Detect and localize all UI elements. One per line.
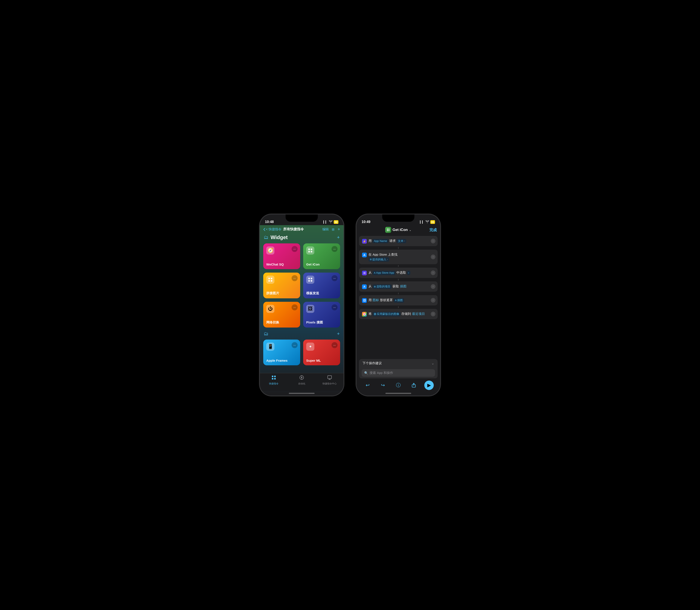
svg-rect-12 [272, 375, 273, 377]
action6-close-btn[interactable]: ✕ [431, 312, 435, 316]
tab-automation[interactable]: 自动化 [288, 375, 316, 385]
done-button[interactable]: 完成 [429, 228, 437, 232]
svg-rect-0 [308, 248, 310, 250]
automation-tab-icon [299, 375, 304, 381]
svg-rect-20 [328, 375, 332, 379]
folder2-header: 🗂 + [263, 331, 340, 337]
shortcut-wangluo[interactable]: ··· ⏻ 网络切换 [263, 302, 300, 327]
nav-grid-btn[interactable]: ⊞ [332, 227, 335, 231]
action1-icon: ⚡ [362, 239, 367, 244]
wifi-icon-left [329, 221, 332, 224]
folder1-add-btn[interactable]: + [337, 235, 340, 240]
time-right: 10:49 [362, 220, 370, 224]
action4-icon: A [362, 284, 367, 289]
actions-list[interactable]: ⚡ 用 App Name 请求 文本 › ✕ A 在 App Store 上查找… [356, 235, 440, 358]
shortcut-muban[interactable]: ··· 模板发送 [303, 273, 340, 298]
status-icons-right: ▎▎ 31 [420, 220, 435, 224]
svg-rect-11 [311, 280, 312, 282]
shortcut-wechat[interactable]: ··· 🧭 WeChat SQ [263, 243, 300, 269]
action2-input-tag[interactable]: ⊞ 提供的输入 › [368, 257, 389, 262]
share-button[interactable] [409, 381, 418, 390]
muban-more-btn[interactable]: ··· [332, 275, 337, 281]
next-action-text: 下个操作建议 [363, 361, 382, 365]
time-left: 10:48 [265, 220, 274, 224]
pintu-more-btn[interactable]: ··· [291, 275, 298, 281]
action5-appstore-tag[interactable]: A 插图 [394, 298, 404, 302]
tab-gallery[interactable]: 快捷指令中心 [316, 375, 344, 385]
tab-shortcuts[interactable]: 快捷指令 [260, 375, 288, 385]
action1-text-tag[interactable]: 文本 › [397, 239, 406, 243]
nav-bar-left: < 快捷指令 所有快捷指令 编辑 ⊞ + [260, 225, 344, 233]
svg-rect-14 [272, 378, 273, 380]
pintu-icon [266, 276, 274, 284]
action-2[interactable]: A 在 App Store 上查找 ⊞ 提供的输入 › ✕ [359, 250, 438, 264]
action3-close-btn[interactable]: ✕ [431, 270, 435, 275]
action6-image-tag[interactable]: 🖼 应用蒙版后的图像 [372, 312, 400, 316]
action6-icon: 🌸 [362, 312, 367, 317]
shortcut-pintu[interactable]: ··· 拼接图片 [263, 273, 300, 298]
geticon-more-btn[interactable]: ··· [332, 246, 337, 252]
search-bar-area: 🔍 搜索 App 和操作 [359, 367, 438, 379]
appleframes-more-btn[interactable]: ··· [291, 342, 298, 348]
redo-button[interactable]: ↪ [378, 381, 387, 390]
shortcut-pixels[interactable]: ··· 🖼 Pixels 搜图 [303, 302, 340, 327]
play-button[interactable]: ▶ [424, 381, 434, 390]
shortcuts-tab-label: 快捷指令 [269, 382, 279, 385]
folder2-icon: 🗂 [264, 331, 268, 337]
next-action-bar[interactable]: 下个操作建议 ⌄ [359, 359, 438, 367]
action4-close-btn[interactable]: ✕ [431, 284, 435, 289]
search-icon: 🔍 [364, 371, 368, 375]
action-1[interactable]: ⚡ 用 App Name 请求 文本 › ✕ [359, 236, 438, 246]
tab-bar-left: 快捷指令 自动化 快捷指令中心 [260, 373, 344, 391]
shortcut-geticon[interactable]: ··· Get iCon [303, 243, 340, 269]
wangluo-more-btn[interactable]: ··· [291, 304, 298, 310]
nav-edit-btn[interactable]: 编辑 [322, 227, 329, 231]
scroll-area-left[interactable]: 🗂 Widget + ··· 🧭 WeChat SQ ··· Get iCon [260, 233, 344, 373]
action-6[interactable]: 🌸 将 🖼 应用蒙版后的图像 存储到 最近项目 ✕ [359, 309, 438, 319]
action-4[interactable]: A 从 ⊞ 选取的项目 获取 插图 ✕ [359, 282, 438, 292]
shortcuts-grid-3: ··· ⏻ 网络切换 ··· 🖼 Pixels 搜图 [263, 302, 340, 327]
action2-close-btn[interactable]: ✕ [431, 255, 435, 259]
pixels-name: Pixels 搜图 [306, 320, 337, 324]
action5-text: 用 图标 形状遮罩 A 插图 [368, 298, 434, 303]
action6-text: 将 🖼 应用蒙版后的图像 存储到 最近项目 [368, 311, 434, 316]
action4-selected-tag[interactable]: ⊞ 选取的项目 [372, 284, 392, 289]
shortcut-superml[interactable]: ··· ✦ Super ML [303, 340, 340, 365]
info-button[interactable]: ⓘ [394, 381, 403, 390]
superml-more-btn[interactable]: ··· [332, 342, 337, 348]
search-placeholder: 搜索 App 和操作 [369, 371, 393, 375]
wechat-more-btn[interactable]: ··· [291, 246, 298, 252]
shortcuts-grid-4: ··· 📱 Apple Frames ··· ✦ Super ML [263, 340, 340, 365]
muban-icon [306, 276, 314, 284]
action5-close-btn[interactable]: ✕ [431, 298, 435, 303]
right-nav-center: Get iCon ⌄ [373, 227, 424, 233]
svg-point-17 [301, 377, 302, 378]
action-5[interactable]: 🖼 用 图标 形状遮罩 A 插图 ✕ [359, 295, 438, 305]
action2-icon: A [362, 253, 367, 257]
search-input[interactable]: 🔍 搜索 App 和操作 [362, 369, 435, 377]
chevron-down-icon[interactable]: ⌄ [409, 228, 411, 231]
gallery-tab-label: 快捷指令中心 [322, 382, 337, 385]
wangluo-icon: ⏻ [266, 305, 274, 313]
action3-appstore-tag[interactable]: A App Store App [372, 271, 395, 275]
svg-rect-22 [388, 229, 389, 230]
connector-3 [398, 279, 399, 280]
action3-arrow-tag[interactable]: › [407, 271, 410, 275]
battery-badge-left: 32 [334, 220, 338, 224]
undo-button[interactable]: ↩ [363, 381, 372, 390]
bottom-toolbar: ↩ ↪ ⓘ ▶ [356, 379, 440, 391]
svg-rect-9 [311, 278, 312, 279]
action1-appname-tag[interactable]: App Name [372, 239, 388, 243]
nav-actions-left: 编辑 ⊞ + [322, 227, 340, 232]
nav-add-btn[interactable]: + [337, 227, 340, 232]
action1-close-btn[interactable]: ✕ [431, 239, 435, 243]
back-button-left[interactable]: < 快捷指令 [263, 227, 282, 231]
shortcut-appleframes[interactable]: ··· 📱 Apple Frames [263, 340, 300, 365]
folder2-add-btn[interactable]: + [337, 331, 340, 337]
action-3[interactable]: ⊞ 从 A App Store App 中选取 › ✕ [359, 268, 438, 278]
right-nav: Get iCon ⌄ 完成 [356, 225, 440, 235]
pixels-more-btn[interactable]: ··· [332, 304, 337, 310]
svg-rect-3 [311, 251, 312, 253]
home-bar-left [289, 393, 315, 394]
action3-text: 从 A App Store App 中选取 › [368, 270, 434, 275]
